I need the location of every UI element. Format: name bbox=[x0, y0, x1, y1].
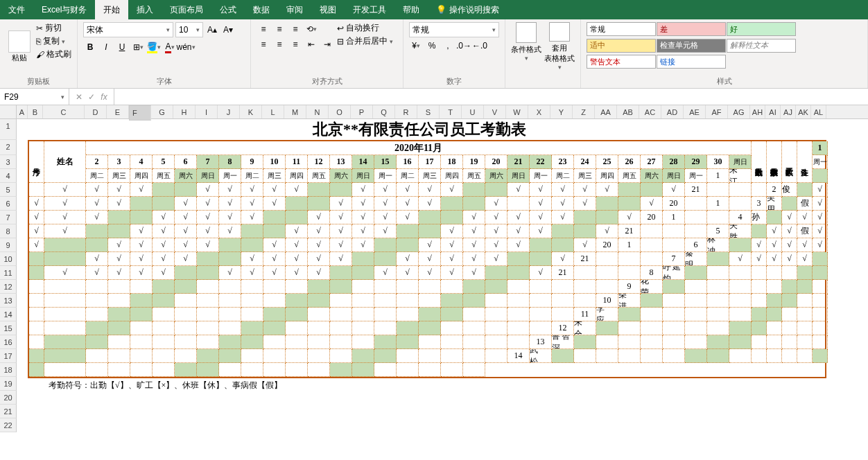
row-header-14[interactable]: 14 bbox=[0, 308, 17, 321]
row-header-16[interactable]: 16 bbox=[0, 335, 17, 349]
row-header-20[interactable]: 20 bbox=[0, 391, 17, 405]
col-header-AL[interactable]: AL bbox=[811, 105, 826, 118]
fill-color-button[interactable]: 🪣▾ bbox=[147, 40, 161, 54]
style-好[interactable]: 好 bbox=[727, 22, 796, 36]
row-header-9[interactable]: 9 bbox=[0, 238, 17, 252]
col-header-P[interactable]: P bbox=[351, 105, 373, 118]
col-header-AE[interactable]: AE bbox=[684, 105, 706, 118]
style-链接[interactable]: 链接 bbox=[657, 55, 726, 69]
orientation-button[interactable]: ⟲▾ bbox=[304, 22, 318, 36]
underline-button[interactable]: U bbox=[115, 40, 129, 54]
col-header-S[interactable]: S bbox=[417, 105, 440, 118]
col-header-E[interactable]: E bbox=[107, 105, 129, 118]
col-header-O[interactable]: O bbox=[329, 105, 351, 118]
style-适中[interactable]: 适中 bbox=[587, 39, 656, 53]
align-middle-button[interactable]: ≡ bbox=[272, 22, 286, 36]
row-header-22[interactable]: 22 bbox=[0, 418, 17, 432]
col-header-Z[interactable]: Z bbox=[573, 105, 595, 118]
row-header-13[interactable]: 13 bbox=[0, 294, 17, 308]
row-header-3[interactable]: 3 bbox=[0, 155, 17, 169]
align-center-button[interactable]: ≡ bbox=[272, 37, 286, 51]
col-header-M[interactable]: M bbox=[284, 105, 306, 118]
col-header-F[interactable]: F bbox=[129, 105, 151, 121]
col-header-AD[interactable]: AD bbox=[661, 105, 684, 118]
col-header-T[interactable]: T bbox=[440, 105, 462, 118]
name-box[interactable]: F29▾ bbox=[0, 89, 69, 105]
row-header-19[interactable]: 19 bbox=[0, 377, 17, 391]
menu-文件[interactable]: 文件 bbox=[0, 0, 33, 19]
col-header-B[interactable]: B bbox=[28, 105, 43, 118]
formula-input[interactable] bbox=[114, 89, 868, 105]
font-name-select[interactable]: 宋体▾ bbox=[83, 22, 173, 37]
paste-button[interactable]: 粘贴 bbox=[6, 22, 33, 71]
painter-button[interactable]: 🖌格式刷 bbox=[36, 48, 71, 60]
cond-format-button[interactable]: 条件格式▾ bbox=[511, 22, 541, 71]
row-header-1[interactable]: 1 bbox=[0, 119, 17, 140]
wrap-button[interactable]: ↩自动换行 bbox=[337, 22, 393, 34]
style-警告文本[interactable]: 警告文本 bbox=[587, 55, 656, 69]
menu-页面布局[interactable]: 页面布局 bbox=[162, 0, 211, 19]
menu-开发工具[interactable]: 开发工具 bbox=[345, 0, 394, 19]
col-header-K[interactable]: K bbox=[240, 105, 262, 118]
col-header-AJ[interactable]: AJ bbox=[781, 105, 796, 118]
col-header-AF[interactable]: AF bbox=[706, 105, 728, 118]
col-header-Q[interactable]: Q bbox=[373, 105, 395, 118]
row-header-21[interactable]: 21 bbox=[0, 405, 17, 418]
select-all-corner[interactable] bbox=[0, 105, 17, 118]
decrease-decimal-button[interactable]: ←.0 bbox=[473, 39, 487, 53]
percent-button[interactable]: % bbox=[425, 39, 439, 53]
col-header-J[interactable]: J bbox=[218, 105, 240, 118]
align-left-button[interactable]: ≡ bbox=[257, 37, 270, 51]
align-bottom-button[interactable]: ≡ bbox=[288, 22, 302, 36]
bold-button[interactable]: B bbox=[83, 40, 97, 54]
number-format-select[interactable]: 常规▾ bbox=[409, 22, 499, 37]
tell-me[interactable]: 💡 操作说明搜索 bbox=[428, 4, 507, 16]
menu-插入[interactable]: 插入 bbox=[128, 0, 162, 19]
col-header-C[interactable]: C bbox=[43, 105, 85, 118]
increase-decimal-button[interactable]: .0→ bbox=[457, 39, 471, 53]
font-color-button[interactable]: A▾ bbox=[163, 40, 177, 54]
style-差[interactable]: 差 bbox=[657, 22, 726, 36]
copy-button[interactable]: ⎘复制▾ bbox=[36, 35, 71, 47]
menu-开始[interactable]: 开始 bbox=[95, 0, 128, 19]
row-header-5[interactable]: 5 bbox=[0, 183, 17, 197]
merge-button[interactable]: ⊟合并后居中▾ bbox=[337, 35, 393, 47]
row-header-4[interactable]: 4 bbox=[0, 169, 17, 183]
increase-font-button[interactable]: A▴ bbox=[205, 23, 219, 37]
col-header-I[interactable]: I bbox=[196, 105, 218, 118]
col-header-L[interactable]: L bbox=[262, 105, 284, 118]
col-header-W[interactable]: W bbox=[506, 105, 528, 118]
row-header-17[interactable]: 17 bbox=[0, 349, 17, 363]
menu-帮助[interactable]: 帮助 bbox=[394, 0, 428, 19]
row-header-12[interactable]: 12 bbox=[0, 280, 17, 294]
cancel-icon[interactable]: ✕ bbox=[73, 92, 85, 102]
align-top-button[interactable]: ≡ bbox=[257, 22, 270, 36]
row-header-2[interactable]: 2 bbox=[0, 140, 17, 155]
row-header-15[interactable]: 15 bbox=[0, 321, 17, 335]
col-header-N[interactable]: N bbox=[306, 105, 329, 118]
align-right-button[interactable]: ≡ bbox=[288, 37, 302, 51]
menu-Excel与财务[interactable]: Excel与财务 bbox=[33, 0, 95, 19]
col-header-H[interactable]: H bbox=[173, 105, 196, 118]
indent-inc-button[interactable]: ⇥ bbox=[320, 37, 334, 51]
phonetic-button[interactable]: wén▾ bbox=[179, 40, 193, 54]
col-header-AI[interactable]: AI bbox=[765, 105, 781, 118]
border-button[interactable]: ⊞▾ bbox=[131, 40, 145, 54]
col-header-R[interactable]: R bbox=[395, 105, 417, 118]
col-header-AC[interactable]: AC bbox=[639, 105, 661, 118]
row-header-10[interactable]: 10 bbox=[0, 252, 17, 266]
col-header-AG[interactable]: AG bbox=[728, 105, 750, 118]
decrease-font-button[interactable]: A▾ bbox=[221, 23, 235, 37]
enter-icon[interactable]: ✓ bbox=[86, 92, 97, 102]
col-header-X[interactable]: X bbox=[528, 105, 550, 118]
row-header-8[interactable]: 8 bbox=[0, 224, 17, 238]
row-header-6[interactable]: 6 bbox=[0, 197, 17, 211]
italic-button[interactable]: I bbox=[99, 40, 113, 54]
style-检查单元格[interactable]: 检查单元格 bbox=[657, 39, 726, 53]
menu-审阅[interactable]: 审阅 bbox=[278, 0, 311, 19]
worksheet-grid[interactable]: ABCDEFGHIJKLMNOPQRSTUVWXYZAAABACADAEAFAG… bbox=[0, 105, 868, 460]
style-解释性文本[interactable]: 解释性文本 bbox=[727, 39, 796, 53]
fx-icon[interactable]: fx bbox=[98, 92, 110, 102]
indent-dec-button[interactable]: ⇤ bbox=[304, 37, 318, 51]
col-header-G[interactable]: G bbox=[151, 105, 173, 118]
